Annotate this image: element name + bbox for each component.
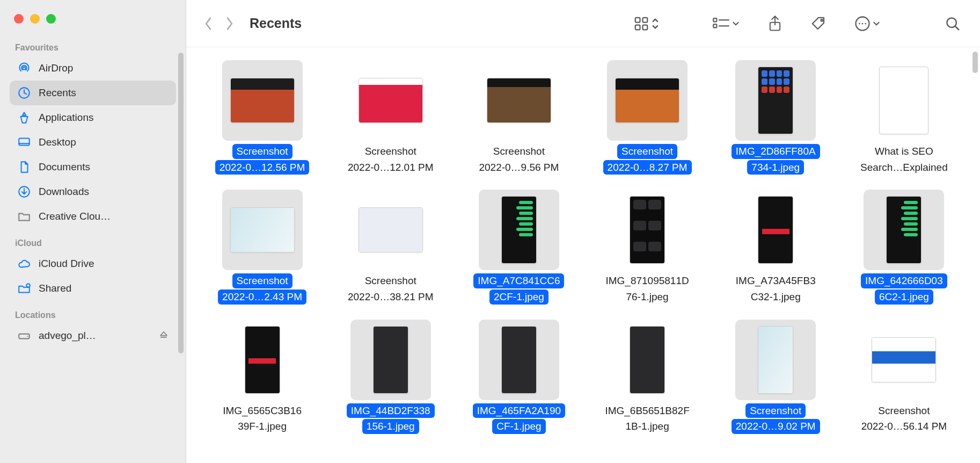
file-name-line2: 2022-0…12.01 PM: [343, 160, 438, 175]
file-item[interactable]: Screenshot2022-0…9.56 PM: [455, 60, 583, 175]
sidebar-section-label: Locations: [0, 310, 186, 323]
file-item[interactable]: IMG_44BD2F338156-1.jpeg: [326, 320, 455, 434]
svg-rect-10: [635, 17, 640, 22]
file-thumbnail: [735, 190, 816, 270]
file-name-line2: 156-1.jpeg: [362, 419, 419, 434]
sidebar: FavouritesAirDropRecentsApplicationsDesk…: [0, 0, 186, 463]
file-item[interactable]: Screenshot2022-0…8.27 PM: [583, 60, 712, 175]
file-name-line2: 2022-0…38.21 PM: [343, 290, 438, 305]
sidebar-item-desktop[interactable]: Desktop: [10, 130, 176, 155]
search-button[interactable]: [940, 13, 965, 34]
share-button[interactable]: [763, 13, 787, 34]
search-icon: [945, 16, 961, 32]
file-thumbnail: [222, 60, 303, 141]
tag-icon: [810, 16, 827, 32]
action-menu-button[interactable]: [850, 13, 884, 34]
file-name-line2: C32-1.jpeg: [747, 290, 805, 305]
file-item[interactable]: IMG_6B5651B82F1B-1.jpeg: [583, 320, 712, 434]
chevron-down-icon: [873, 20, 880, 27]
svg-rect-14: [713, 18, 716, 21]
file-item[interactable]: IMG_A7C841CC62CF-1.jpeg: [455, 190, 583, 304]
file-item[interactable]: What is SEOSearch…Explained: [840, 60, 968, 175]
file-item[interactable]: Screenshot2022-0…2.43 PM: [198, 190, 326, 304]
sidebar-item-label: Shared: [39, 283, 71, 294]
sidebar-item-downloads[interactable]: Downloads: [10, 179, 176, 204]
up-down-icon: [652, 18, 659, 30]
content-scrollbar[interactable]: [972, 52, 978, 73]
file-name-line1: Screenshot: [617, 144, 677, 159]
group-by-button[interactable]: [708, 13, 744, 34]
sidebar-section-label: iCloud: [0, 238, 186, 251]
file-item[interactable]: Screenshot2022-0…9.02 PM: [712, 320, 840, 434]
file-item[interactable]: IMG_A73A45FB3C32-1.jpeg: [712, 190, 840, 304]
file-item[interactable]: IMG_2D86FF80A734-1.jpeg: [712, 60, 840, 175]
svg-rect-12: [635, 25, 640, 30]
sidebar-item-advego[interactable]: advego_pl…: [10, 323, 176, 348]
eject-icon[interactable]: [159, 330, 169, 342]
svg-rect-13: [643, 25, 648, 30]
file-grid-area[interactable]: Screenshot2022-0…12.56 PMScreenshot2022-…: [186, 47, 980, 463]
file-name-line1: Screenshot: [361, 144, 421, 159]
apps-icon: [17, 111, 31, 125]
sidebar-item-label: Recents: [39, 87, 76, 99]
sidebar-item-label: Applications: [39, 112, 93, 124]
minimize-window-button[interactable]: [30, 14, 40, 24]
file-item[interactable]: Screenshot2022-0…38.21 PM: [326, 190, 455, 304]
close-window-button[interactable]: [14, 14, 24, 24]
sidebar-item-apps[interactable]: Applications: [10, 105, 176, 130]
svg-point-23: [865, 23, 866, 24]
clock-icon: [17, 86, 31, 100]
file-item[interactable]: IMG_465FA2A190CF-1.jpeg: [455, 320, 583, 434]
svg-point-21: [859, 23, 860, 24]
file-name-line2: 76-1.jpeg: [621, 290, 672, 305]
file-thumbnail: [607, 320, 688, 400]
folder-icon: [17, 209, 31, 223]
main-area: Recents: [186, 0, 980, 463]
file-name-line1: What is SEO: [871, 144, 938, 159]
sidebar-item-label: Desktop: [39, 136, 76, 148]
file-name-line1: IMG_2D86FF80A: [732, 144, 820, 159]
sidebar-item-shared[interactable]: Shared: [10, 276, 176, 301]
file-thumbnail: [607, 60, 688, 141]
svg-point-22: [862, 23, 864, 24]
svg-point-7: [27, 336, 28, 337]
forward-button[interactable]: [223, 17, 237, 31]
sidebar-item-label: advego_pl…: [39, 330, 96, 342]
view-mode-button[interactable]: [629, 13, 663, 34]
sidebar-item-label: Creative Clou…: [39, 211, 111, 222]
sidebar-item-recents[interactable]: Recents: [10, 81, 176, 105]
file-name-line2: 2022-0…56.14 PM: [857, 419, 952, 434]
file-item[interactable]: IMG_6565C3B1639F-1.jpeg: [198, 320, 326, 434]
tags-button[interactable]: [806, 13, 831, 34]
file-name-line2: 2022-0…12.56 PM: [215, 160, 310, 175]
sidebar-item-label: Downloads: [39, 186, 89, 198]
sidebar-section-label: Favourites: [0, 43, 186, 56]
file-thumbnail: [864, 60, 944, 141]
file-item[interactable]: IMG_642666D036C2-1.jpeg: [840, 190, 968, 304]
file-name-line1: Screenshot: [361, 273, 421, 288]
sidebar-item-documents[interactable]: Documents: [10, 155, 176, 179]
sidebar-scrollbar[interactable]: [178, 53, 184, 353]
sidebar-item-airdrop[interactable]: AirDrop: [10, 56, 176, 81]
ellipsis-circle-icon: [854, 16, 871, 32]
svg-rect-9: [160, 336, 167, 337]
file-thumbnail: [350, 190, 431, 270]
svg-rect-2: [19, 138, 30, 145]
file-item[interactable]: Screenshot2022-0…12.56 PM: [198, 60, 326, 175]
file-item[interactable]: IMG_871095811D76-1.jpeg: [583, 190, 712, 304]
airdrop-icon: [17, 61, 31, 75]
svg-marker-8: [160, 331, 167, 335]
file-name-line2: CF-1.jpeg: [492, 419, 545, 434]
zoom-window-button[interactable]: [46, 14, 56, 24]
disk-icon: [17, 329, 31, 343]
file-item[interactable]: Screenshot2022-0…56.14 PM: [840, 320, 968, 434]
file-item[interactable]: Screenshot2022-0…12.01 PM: [326, 60, 455, 175]
back-button[interactable]: [201, 17, 215, 31]
file-name-line2: 734-1.jpeg: [747, 160, 804, 175]
sidebar-item-iclouddrive[interactable]: iCloud Drive: [10, 251, 176, 276]
svg-point-0: [23, 67, 25, 69]
grid-icon: [633, 16, 649, 32]
sidebar-item-cc[interactable]: Creative Clou…: [10, 204, 176, 229]
file-thumbnail: [350, 320, 431, 400]
file-name-line1: IMG_A73A45FB3: [732, 273, 820, 288]
